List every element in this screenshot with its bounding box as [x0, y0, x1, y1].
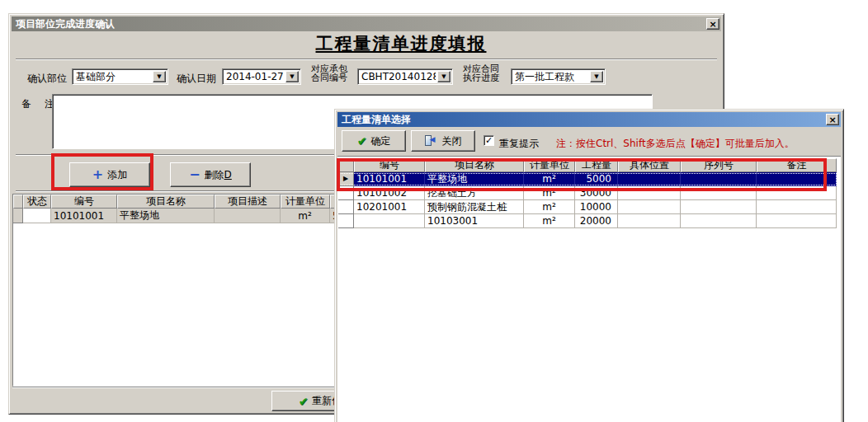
contract-progress-value: 第一批工程款: [512, 70, 588, 84]
cell-unit[interactable]: m²: [524, 214, 575, 228]
confirm-part-label: 确认部位: [27, 72, 67, 86]
bg-dialog-title: 项目部位完成进度确认: [16, 17, 115, 31]
column-header-status[interactable]: 状态: [23, 195, 51, 209]
repeat-prompt-checkbox[interactable]: ✓: [484, 135, 494, 146]
column-header-unit[interactable]: 计量单位: [281, 195, 330, 209]
column-header-desc[interactable]: 项目描述: [215, 195, 281, 209]
check-icon: ✔: [357, 135, 367, 147]
fg-dialog-titlebar[interactable]: 工程量清单选择 ×: [337, 112, 841, 127]
close-icon: ×: [709, 20, 716, 29]
dropdown-button[interactable]: ▼: [285, 71, 299, 82]
dropdown-button[interactable]: ▼: [590, 71, 603, 82]
cell-status[interactable]: [23, 209, 51, 223]
row-indicator-cell: [338, 214, 354, 228]
page-title: 工程量清单进度填报: [83, 32, 719, 55]
quantity-list-select-dialog: 工程量清单选择 × ✔ 确定 ◀ 关闭 ✓ 重复提示 注：按住Ctrl、Shif…: [334, 109, 844, 422]
contract-no-label-line2: 合同编号: [311, 73, 347, 82]
cell-desc[interactable]: [215, 209, 281, 223]
confirm-date-select[interactable]: 2014-01-27 ▼: [222, 68, 301, 85]
fg-table-row[interactable]: 10201001 预制钢筋混凝土桩 m² 10000: [338, 200, 837, 214]
fg-close-button[interactable]: ×: [826, 114, 839, 125]
cell-unit[interactable]: m²: [281, 209, 330, 223]
cell-serial[interactable]: [681, 214, 757, 228]
cell-name[interactable]: 预制钢筋混凝土桩: [425, 200, 524, 214]
fg-table-row[interactable]: 10103001 m² 20000: [338, 214, 837, 228]
cell-location[interactable]: [618, 214, 681, 228]
repeat-prompt-label[interactable]: 重复提示: [499, 137, 539, 151]
bg-dialog-titlebar[interactable]: 项目部位完成进度确认 ×: [12, 16, 721, 31]
delete-button-text: 删除: [205, 169, 224, 181]
cell-serial[interactable]: [681, 200, 757, 214]
close-dialog-button-label: 关闭: [442, 134, 462, 148]
dropdown-button[interactable]: ▼: [153, 71, 166, 82]
contract-no-value: CBHT2014012801: [358, 71, 436, 82]
cell-name[interactable]: 平整场地: [117, 209, 215, 223]
check-icon: ✔: [299, 396, 309, 407]
contract-progress-label-line2: 执行进度: [463, 73, 499, 82]
contract-progress-select[interactable]: 第一批工程款 ▼: [511, 68, 606, 85]
delete-button-mnemonic: D: [224, 169, 232, 181]
annotation-rect-add-button: [51, 153, 153, 190]
cell-remark[interactable]: [757, 214, 837, 228]
delete-button[interactable]: − 删除D: [170, 162, 251, 187]
confirm-date-label: 确认日期: [177, 72, 216, 86]
checkmark-icon: ✓: [485, 136, 493, 145]
close-icon: ×: [828, 115, 836, 124]
remark-label: 备 注: [21, 97, 54, 111]
divider: [16, 59, 717, 60]
chevron-down-icon: ▼: [290, 74, 294, 80]
cell-qty[interactable]: 10000: [575, 200, 618, 214]
remark-label-char1: 备: [21, 97, 31, 111]
contract-no-label: 对应承包 合同编号: [311, 64, 347, 82]
bg-table-row[interactable]: 10101001 平整场地 m² 5000: [13, 209, 388, 223]
cell-name[interactable]: 10103001: [425, 214, 524, 228]
bg-table-header-row: 状态 编号 项目名称 项目描述 计量单位 工程量: [13, 195, 388, 209]
ok-button[interactable]: ✔ 确定: [342, 130, 406, 152]
ok-button-label: 确定: [370, 134, 390, 148]
cell-location[interactable]: [618, 200, 681, 214]
cell-qty[interactable]: 20000: [575, 214, 618, 228]
column-header-name[interactable]: 项目名称: [117, 195, 215, 209]
contract-progress-label: 对应合同 执行进度: [463, 64, 499, 82]
row-indicator-cell: [13, 209, 23, 223]
left-arrow-icon: ◀: [430, 136, 436, 143]
cell-code[interactable]: 10201001: [354, 200, 425, 214]
minus-icon: −: [189, 168, 200, 181]
note-text: 注：按住Ctrl、Shift多选后点【确定】可批量后加入。: [556, 137, 795, 151]
chevron-down-icon: ▼: [157, 74, 161, 80]
confirm-date-value: 2014-01-27: [223, 71, 284, 82]
fg-table: 编号 项目名称 计量单位 工程量 具体位置 序列号 备注 ▶ 10101001 …: [337, 156, 841, 422]
confirm-part-value: 基础部分: [73, 70, 151, 84]
cell-unit[interactable]: m²: [524, 200, 575, 214]
chevron-down-icon: ▼: [441, 74, 446, 80]
column-header-indicator: [13, 195, 23, 209]
delete-button-label: 删除D: [205, 168, 232, 182]
chevron-down-icon: ▼: [594, 74, 598, 80]
contract-no-select[interactable]: CBHT2014012801 ▼: [357, 68, 453, 85]
annotation-rect-selected-row: [337, 158, 827, 191]
dropdown-button[interactable]: ▼: [437, 71, 451, 82]
cell-remark[interactable]: [757, 200, 837, 214]
cell-code[interactable]: 10101001: [51, 209, 117, 223]
confirm-part-select[interactable]: 基础部分 ▼: [72, 68, 168, 85]
bg-table-grid: 状态 编号 项目名称 项目描述 计量单位 工程量 10101001 平整场地 m…: [13, 195, 388, 223]
row-indicator-cell: [338, 200, 354, 214]
cell-code[interactable]: [354, 214, 425, 228]
bg-close-button[interactable]: ×: [706, 18, 719, 30]
close-dialog-button[interactable]: ◀ 关闭: [411, 130, 475, 152]
exit-door-icon: ◀: [425, 135, 438, 147]
column-header-code[interactable]: 编号: [51, 195, 117, 209]
fg-dialog-title: 工程量清单选择: [342, 113, 411, 127]
